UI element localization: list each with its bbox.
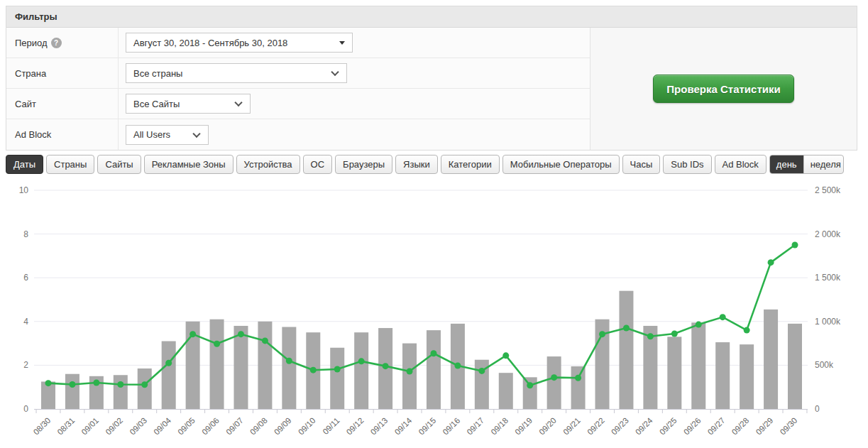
period-select-value: Август 30, 2018 - Сентябрь 30, 2018 [133, 38, 287, 48]
tab-languages[interactable]: Языки [395, 155, 438, 174]
chevron-down-icon [331, 68, 339, 76]
check-statistics-button[interactable]: Проверка Статистики [653, 75, 793, 103]
granularity-week[interactable]: неделя [803, 155, 844, 173]
country-select-value: Все страны [133, 68, 182, 79]
svg-text:4: 4 [23, 317, 28, 327]
svg-text:09/19: 09/19 [513, 416, 534, 437]
line-series [45, 242, 798, 389]
svg-text:09/24: 09/24 [634, 416, 654, 437]
adblock-select[interactable]: All Users [126, 125, 209, 145]
period-control-cell: Август 30, 2018 - Сентябрь 30, 2018 [119, 28, 590, 58]
line-point-09-25 [671, 331, 678, 337]
svg-text:2 500k: 2 500k [815, 185, 841, 195]
bar-08-31 [65, 374, 79, 409]
tab-dates[interactable]: Даты [6, 155, 43, 174]
filters-title: Фильтры [6, 6, 857, 28]
country-select[interactable]: Все страны [126, 63, 347, 83]
filter-row-country: Страна Все страны [6, 58, 590, 89]
svg-text:09/21: 09/21 [561, 416, 582, 437]
tab-hours[interactable]: Часы [622, 155, 661, 174]
x-axis-labels: 08/3008/3109/0109/0209/0309/0409/0509/06… [32, 416, 799, 437]
svg-text:09/22: 09/22 [586, 416, 606, 437]
filters-panel: Фильтры Период ? Август 30, 2018 - Сентя… [6, 6, 857, 151]
svg-text:09/01: 09/01 [79, 416, 100, 437]
svg-text:09/08: 09/08 [248, 416, 269, 437]
tab-os[interactable]: ОС [303, 155, 333, 174]
svg-text:09/17: 09/17 [465, 416, 485, 437]
line-point-09-14 [407, 368, 413, 375]
granularity-switcher: деньнеделямесяцгод [769, 155, 844, 174]
caret-down-icon [339, 41, 345, 45]
line-point-09-05 [189, 331, 196, 337]
tab-sites[interactable]: Сайты [97, 155, 141, 174]
svg-text:09/16: 09/16 [441, 416, 461, 437]
line-point-09-29 [768, 259, 774, 266]
bar-09-11 [330, 348, 344, 409]
bar-09-21 [571, 366, 586, 409]
bars-series [41, 291, 802, 409]
svg-text:09/11: 09/11 [321, 416, 341, 436]
tab-sub-ids[interactable]: Sub IDs [663, 155, 711, 174]
filters-submit-area: Проверка Статистики [590, 28, 857, 150]
bar-09-23 [619, 291, 633, 409]
svg-text:09/09: 09/09 [273, 416, 293, 437]
bar-09-27 [715, 342, 730, 409]
svg-text:09/18: 09/18 [489, 416, 510, 437]
svg-text:6: 6 [23, 273, 28, 283]
tab-ad-block[interactable]: Ad Block [715, 155, 767, 174]
line-point-09-28 [744, 327, 750, 334]
adblock-label-cell: Ad Block [6, 119, 119, 150]
svg-text:09/10: 09/10 [297, 416, 317, 437]
bar-09-02 [114, 375, 128, 409]
x-axis [34, 410, 808, 414]
chevron-down-icon [192, 129, 200, 137]
adblock-label: Ad Block [15, 129, 51, 140]
tab-devices[interactable]: Устройства [236, 155, 300, 174]
svg-text:09/26: 09/26 [682, 416, 703, 437]
site-select[interactable]: Все Сайты [126, 94, 251, 114]
bar-09-04 [162, 342, 176, 409]
filters-rows: Период ? Август 30, 2018 - Сентябрь 30, … [6, 28, 590, 150]
svg-text:0: 0 [815, 404, 820, 414]
bar-09-26 [691, 322, 705, 409]
tabs-row: ДатыСтраныСайтыРекламные ЗоныУстройстваО… [6, 155, 862, 174]
svg-text:8: 8 [23, 229, 28, 239]
tab-browsers[interactable]: Браузеры [335, 155, 392, 174]
bar-09-28 [740, 344, 754, 409]
bar-09-06 [210, 319, 224, 409]
line-point-09-23 [623, 325, 630, 332]
site-label: Сайт [15, 99, 36, 109]
svg-text:1 500k: 1 500k [815, 273, 841, 283]
line-point-09-15 [430, 350, 436, 356]
bar-09-12 [354, 332, 368, 409]
period-label: Период [15, 38, 48, 48]
bar-09-25 [667, 337, 681, 409]
tab-ad-zones[interactable]: Рекламные Зоны [144, 155, 234, 174]
bar-09-18 [499, 373, 513, 409]
line-point-09-04 [165, 360, 172, 366]
adblock-select-value: All Users [133, 129, 170, 140]
bar-09-29 [764, 310, 778, 409]
svg-text:09/13: 09/13 [369, 416, 390, 437]
filter-row-site: Сайт Все Сайты [6, 89, 590, 119]
line-point-09-01 [93, 380, 99, 386]
granularity-day[interactable]: день [770, 155, 803, 173]
svg-text:09/06: 09/06 [200, 416, 221, 437]
svg-text:09/15: 09/15 [417, 416, 438, 437]
tab-categories[interactable]: Категории [441, 155, 500, 174]
svg-text:2 000k: 2 000k [815, 229, 841, 239]
svg-text:0: 0 [23, 404, 28, 414]
tab-countries[interactable]: Страны [46, 155, 94, 174]
line-point-09-12 [358, 358, 365, 364]
svg-text:09/25: 09/25 [658, 416, 679, 437]
line-point-09-30 [792, 242, 798, 248]
line-point-09-08 [262, 337, 268, 344]
tab-mobile-operators[interactable]: Мобильные Операторы [502, 155, 620, 174]
svg-text:09/03: 09/03 [128, 416, 148, 437]
bar-09-03 [138, 368, 152, 409]
help-icon[interactable]: ? [51, 38, 62, 48]
country-label-cell: Страна [6, 58, 119, 88]
svg-text:09/20: 09/20 [537, 416, 558, 437]
period-select[interactable]: Август 30, 2018 - Сентябрь 30, 2018 [126, 33, 353, 53]
svg-text:09/04: 09/04 [152, 416, 172, 437]
